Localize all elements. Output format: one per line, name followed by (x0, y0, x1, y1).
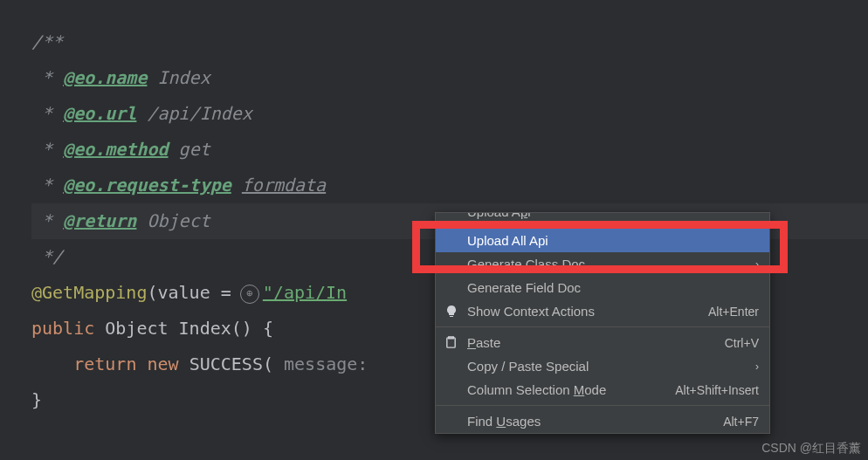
menu-item-upload-api[interactable]: Upload Api (436, 213, 769, 229)
menu-separator (436, 326, 769, 327)
menu-item-find-usages[interactable]: Find Usages Alt+F7 (436, 409, 769, 433)
menu-item-paste[interactable]: Paste Ctrl+V (436, 331, 769, 354)
doc-tag-method: @eo.method (63, 139, 168, 160)
context-menu: Upload Api Upload All Api Generate Class… (435, 212, 770, 434)
menu-item-upload-all-api[interactable]: Upload All Api (436, 229, 769, 252)
bulb-icon (444, 305, 458, 319)
doc-open: /** (31, 31, 63, 52)
chevron-right-icon: › (755, 360, 759, 373)
annotation-getmapping: @GetMapping (31, 282, 147, 303)
doc-tag-name: @eo.name (63, 67, 147, 88)
menu-item-generate-field-doc[interactable]: Generate Field Doc (436, 276, 769, 299)
menu-item-generate-class-doc[interactable]: Generate Class Doc › (436, 252, 769, 276)
doc-tag-url: @eo.url (63, 103, 136, 124)
doc-tag-reqtype: @eo.request-type (63, 175, 231, 196)
doc-tag-return: @return (63, 210, 136, 231)
paste-icon (444, 336, 458, 349)
menu-item-column-selection-mode[interactable]: Column Selection Mode Alt+Shift+Insert (436, 378, 769, 402)
menu-item-show-context-actions[interactable]: Show Context Actions Alt+Enter (436, 299, 769, 323)
watermark: CSDN @红目香薰 (761, 441, 861, 457)
web-icon[interactable]: ⊕ (240, 285, 259, 304)
svg-rect-0 (447, 338, 455, 347)
chevron-right-icon: › (755, 258, 759, 271)
menu-separator (436, 405, 769, 406)
menu-item-copy-paste-special[interactable]: Copy / Paste Special › (436, 354, 769, 378)
doc-close: */ (31, 246, 63, 267)
